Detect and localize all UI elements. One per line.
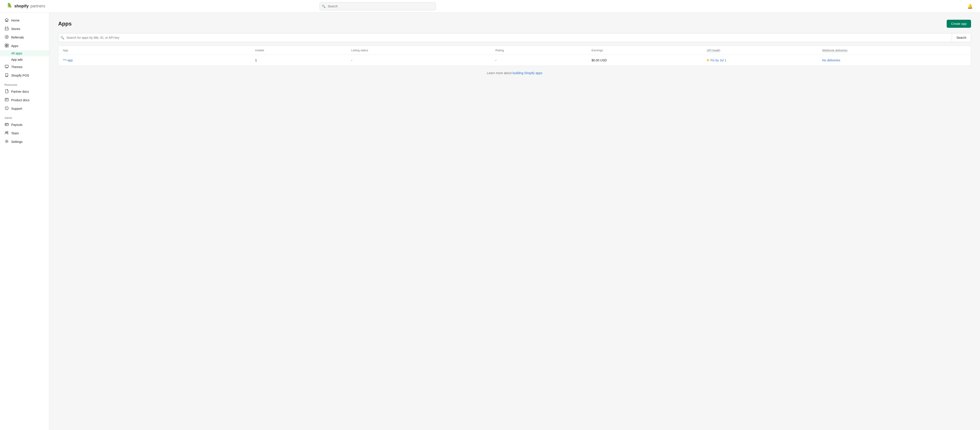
svg-rect-8: [6, 76, 7, 77]
svg-point-15: [6, 141, 7, 142]
brand-partners: partners: [30, 4, 45, 8]
table-header-rating: Rating: [495, 49, 592, 52]
sidebar-item-partner-docs-label: Partner docs: [11, 90, 29, 93]
table-header-app: App: [63, 49, 255, 52]
sidebar-item-partner-docs[interactable]: Partner docs: [0, 87, 49, 96]
main-content: Apps Create app 🔍 Search App Installs Li…: [49, 13, 980, 430]
sidebar-sub-item-all-apps-label: All apps: [11, 51, 22, 55]
admin-section-label: Admin: [0, 113, 49, 120]
svg-rect-6: [5, 65, 8, 68]
topbar: shopifypartners 🔍 🔔: [0, 0, 980, 13]
api-health-warning-dot: [707, 59, 709, 61]
sidebar-item-home[interactable]: Home: [0, 16, 49, 25]
partner-docs-icon: [5, 89, 9, 94]
sidebar-item-settings[interactable]: Settings: [0, 137, 49, 146]
page-title: Apps: [58, 21, 72, 27]
layout: Home Stores Referrals Apps All apps App …: [0, 13, 980, 430]
search-icon: 🔍: [322, 5, 326, 8]
sidebar-item-shopify-pos[interactable]: Shopify POS: [0, 71, 49, 80]
resources-section-label: Resources: [0, 80, 49, 87]
sidebar-item-payouts-label: Payouts: [11, 123, 22, 126]
payouts-icon: [5, 122, 9, 127]
app-search-button[interactable]: Search: [952, 33, 971, 42]
apps-icon: [5, 43, 9, 48]
app-search-input[interactable]: [58, 33, 952, 42]
sidebar-item-referrals[interactable]: Referrals: [0, 33, 49, 42]
table-header-api-health: API health: [707, 49, 822, 52]
logo[interactable]: shopifypartners: [5, 3, 55, 10]
sidebar-item-apps[interactable]: Apps: [0, 42, 49, 50]
brand-shopify: shopify: [14, 4, 29, 8]
app-name-link[interactable]: ***-app: [63, 58, 73, 62]
sidebar-item-apps-label: Apps: [11, 44, 18, 48]
svg-point-13: [6, 132, 7, 133]
sidebar-item-settings-label: Settings: [11, 140, 22, 144]
sidebar-sub-item-app-ads[interactable]: App ads: [0, 56, 49, 63]
learn-more-text: Learn more about: [487, 71, 512, 75]
team-icon: [5, 131, 9, 136]
table-cell-rating: -: [495, 58, 592, 62]
create-app-button[interactable]: Create app: [947, 20, 971, 28]
table-header-row: App Installs Listing status Rating Earni…: [59, 46, 971, 55]
table-cell-app-name: ***-app: [63, 58, 255, 62]
sidebar-item-product-docs-label: Product docs: [11, 98, 30, 102]
support-icon: [5, 106, 9, 111]
app-search-input-wrap: 🔍: [58, 33, 952, 42]
svg-rect-2: [5, 44, 6, 45]
stores-icon: [5, 26, 9, 31]
table-cell-listing-status: -: [351, 58, 495, 62]
webhook-deliveries-link[interactable]: No deliveries: [822, 58, 840, 62]
sidebar-item-team[interactable]: Team: [0, 129, 49, 137]
sidebar-item-support[interactable]: Support: [0, 104, 49, 113]
svg-point-14: [7, 131, 8, 133]
api-health-link[interactable]: Fix by Jul 1: [710, 58, 726, 62]
sidebar-item-team-label: Team: [11, 131, 19, 135]
global-search-bar: 🔍: [320, 2, 436, 10]
svg-rect-4: [5, 46, 6, 47]
table-cell-api-health: Fix by Jul 1: [707, 58, 822, 62]
app-search-row: 🔍 Search: [58, 33, 971, 42]
svg-rect-11: [5, 123, 8, 126]
apps-table-card: App Installs Listing status Rating Earni…: [58, 46, 971, 66]
settings-icon: [5, 139, 9, 144]
themes-icon: [5, 64, 9, 69]
sidebar: Home Stores Referrals Apps All apps App …: [0, 13, 49, 430]
sidebar-item-themes[interactable]: Themes: [0, 63, 49, 71]
notification-bell-button[interactable]: 🔔: [966, 3, 975, 10]
sidebar-item-themes-label: Themes: [11, 65, 22, 69]
table-cell-earnings: $0.00 USD: [592, 58, 707, 62]
app-search-icon: 🔍: [60, 36, 64, 39]
sidebar-sub-item-all-apps[interactable]: All apps: [0, 50, 49, 56]
table-row: ***-app 1 - - $0.00 USD Fix by Jul 1 No …: [59, 55, 971, 66]
home-icon: [5, 18, 9, 23]
sidebar-item-payouts[interactable]: Payouts: [0, 120, 49, 129]
product-docs-icon: [5, 98, 9, 102]
sidebar-item-stores-label: Stores: [11, 27, 20, 31]
table-header-webhook-deliveries: Webhook deliveries: [822, 49, 966, 52]
table-cell-webhook-deliveries: No deliveries: [822, 58, 966, 62]
sidebar-item-support-label: Support: [11, 107, 22, 110]
topbar-right: 🔔: [966, 3, 975, 10]
referrals-icon: [5, 35, 9, 40]
learn-more-row: Learn more about building Shopify apps: [58, 66, 971, 80]
svg-rect-3: [7, 44, 8, 45]
sidebar-item-stores[interactable]: Stores: [0, 25, 49, 33]
page-header: Apps Create app: [58, 20, 971, 28]
global-search-input[interactable]: [320, 2, 436, 10]
svg-rect-12: [6, 125, 7, 125]
svg-rect-5: [7, 46, 8, 47]
table-header-listing-status: Listing status: [351, 49, 495, 52]
sidebar-item-referrals-label: Referrals: [11, 35, 24, 39]
shopify-bag-icon: [5, 3, 13, 10]
sidebar-sub-item-app-ads-label: App ads: [11, 58, 22, 61]
sidebar-item-home-label: Home: [11, 19, 19, 22]
table-header-installs: Installs: [255, 49, 351, 52]
sidebar-item-product-docs[interactable]: Product docs: [0, 96, 49, 104]
table-header-earnings: Earnings: [592, 49, 707, 52]
learn-more-link[interactable]: building Shopify apps: [512, 71, 542, 75]
sidebar-item-pos-label: Shopify POS: [11, 74, 29, 77]
svg-rect-0: [5, 28, 8, 30]
table-cell-installs: 1: [255, 58, 351, 62]
pos-icon: [5, 73, 9, 78]
svg-rect-9: [5, 98, 8, 101]
